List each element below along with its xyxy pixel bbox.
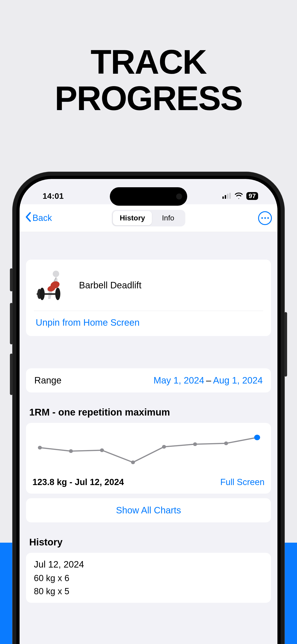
show-all-charts-button[interactable]: Show All Charts	[26, 498, 271, 522]
chart-footer: 123.8 kg - Jul 12, 2024 Full Screen	[32, 477, 264, 487]
svg-point-9	[40, 288, 45, 300]
range-separator: –	[204, 375, 213, 386]
svg-rect-2	[227, 194, 228, 199]
range-end: Aug 1, 2024	[213, 375, 263, 386]
tab-history[interactable]: History	[113, 211, 152, 225]
chart-stat: 123.8 kg - Jul 12, 2024	[32, 477, 124, 487]
phone-frame: 14:01 97 Back	[12, 172, 285, 644]
exercise-name: Barbell Deadlift	[79, 280, 141, 290]
svg-point-18	[254, 435, 260, 440]
phone-power-button	[284, 312, 287, 376]
promo-line1: TRACK	[0, 44, 297, 80]
chart-area[interactable]	[32, 428, 264, 471]
tab-info[interactable]: Info	[152, 211, 184, 225]
svg-point-14	[131, 460, 135, 464]
ellipsis-icon	[267, 217, 269, 219]
svg-point-13	[100, 448, 104, 452]
segmented-control: History Info	[112, 210, 185, 226]
range-card[interactable]: Range May 1, 2024 – Aug 1, 2024	[26, 368, 271, 392]
phone-screen: 14:01 97 Back	[20, 179, 278, 644]
dynamic-island	[110, 187, 187, 206]
svg-point-12	[69, 449, 73, 453]
svg-point-16	[193, 442, 197, 446]
svg-point-11	[38, 446, 42, 450]
back-button[interactable]: Back	[25, 212, 52, 224]
phone-bezel: 14:01 97 Back	[16, 176, 281, 644]
ellipsis-icon	[264, 217, 266, 219]
navigation-bar: Back History Info	[20, 204, 278, 232]
svg-point-15	[162, 445, 166, 449]
svg-rect-1	[225, 195, 226, 199]
ellipsis-icon	[261, 217, 263, 219]
fullscreen-button[interactable]: Full Screen	[220, 477, 264, 487]
svg-point-17	[224, 442, 228, 445]
history-entry: Jul 12, 2024 60 kg x 6 80 kg x 5	[26, 553, 271, 603]
back-label: Back	[32, 213, 52, 223]
svg-point-4	[53, 271, 59, 277]
battery-indicator: 97	[246, 192, 258, 200]
range-start: May 1, 2024	[154, 375, 204, 386]
svg-rect-0	[222, 196, 224, 199]
history-set: 60 kg x 6	[34, 573, 263, 583]
svg-rect-3	[229, 193, 231, 199]
chart-section-title: 1RM - one repetition maximum	[29, 407, 268, 418]
content-area: Barbell Deadlift Unpin from Home Screen …	[20, 260, 278, 603]
more-button[interactable]	[258, 211, 272, 225]
exercise-illustration	[35, 268, 70, 302]
phone-volume-up-button	[10, 303, 13, 344]
line-chart	[32, 428, 264, 471]
history-date: Jul 12, 2024	[34, 559, 263, 570]
chevron-left-icon	[25, 212, 32, 224]
battery-level: 97	[249, 192, 256, 200]
history-section-title: History	[29, 537, 268, 548]
chart-card: 123.8 kg - Jul 12, 2024 Full Screen	[26, 423, 271, 494]
history-set: 80 kg x 5	[34, 586, 263, 596]
wifi-icon	[234, 192, 243, 200]
phone-volume-down-button	[10, 354, 13, 395]
exercise-header: Barbell Deadlift	[26, 260, 271, 311]
promo-headline: TRACK PROGRESS	[0, 44, 297, 117]
promo-line2: PROGRESS	[0, 80, 297, 116]
phone-side-button	[10, 268, 13, 291]
range-label: Range	[34, 375, 62, 386]
cellular-icon	[222, 192, 231, 200]
exercise-card: Barbell Deadlift Unpin from Home Screen	[26, 260, 271, 336]
svg-point-10	[55, 288, 60, 300]
unpin-button[interactable]: Unpin from Home Screen	[26, 311, 271, 336]
